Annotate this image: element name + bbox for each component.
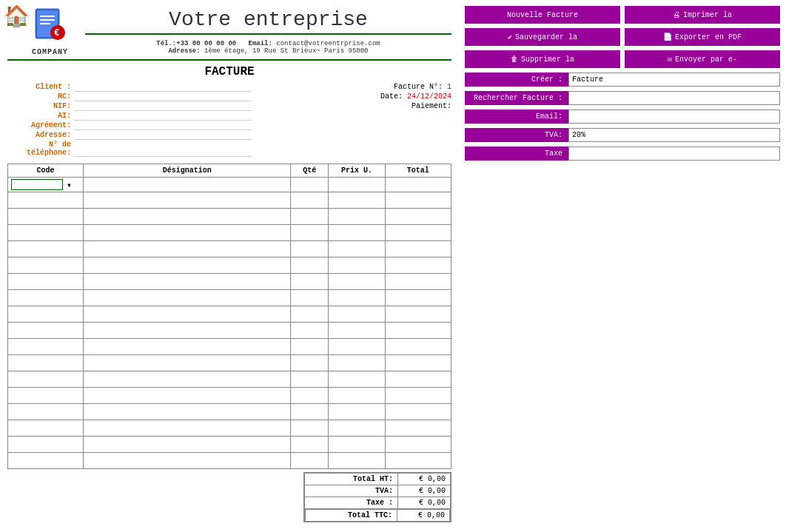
designation-cell-1[interactable] [83,178,290,192]
supprimer-button[interactable]: 🗑 Supprimer la [465,50,620,68]
envoyer-button[interactable]: ✉ Envoyer par e- [625,50,780,68]
total-tva-value: € 0,00 [398,485,450,496]
agrement-label: Agrément: [7,121,74,130]
tel-label: Tél.:+33 00 00 00 00 [156,40,236,47]
rechercher-input[interactable] [568,91,780,105]
table-row [8,257,451,274]
client-section: Client : RC: NIF: AI: Agrément: [7,83,252,158]
client-label: Client : [7,83,74,92]
taxe-input[interactable] [568,147,780,161]
table-row [8,420,451,437]
client-value[interactable] [74,83,252,92]
col-header-code: Code [8,164,84,178]
table-row [8,404,451,420]
code-cell-1[interactable]: ▼ [8,178,84,192]
info-grid: Client : RC: NIF: AI: Agrément: [7,83,451,158]
facture-no-value: 1 [447,83,451,91]
total-ht-label: Total HT: [305,474,398,485]
table-row [8,306,451,323]
col-header-total: Total [385,164,451,178]
table-row [8,371,451,388]
imprimer-button[interactable]: 🖨 Imprimer la [625,6,780,24]
rc-value[interactable] [74,92,252,101]
logo-label: COMPANY [32,48,68,56]
total-taxe-value: € 0,00 [398,497,450,508]
total-cell-1[interactable] [385,178,451,192]
code-input-1[interactable] [11,179,63,190]
totals-box: Total HT: € 0,00 TVA: € 0,00 Taxe : € 0,… [303,472,451,522]
header-text: Votre entreprise Tél.:+33 00 00 00 00 Em… [85,8,451,55]
address-label: Adresse: 1ème étage, 19 Rue St Brieux~ P… [168,47,368,55]
pdf-icon: 📄 [663,33,672,41]
svg-text:€: € [54,28,59,38]
table-row [8,355,451,371]
prix-cell-1[interactable] [329,178,385,192]
total-taxe-row: Taxe : € 0,00 [304,496,451,509]
tva-field-row: TVA: [465,128,780,142]
table-row [8,453,451,469]
table-row [8,339,451,355]
adresse-value[interactable] [74,131,252,140]
creer-label: Créer : [465,73,568,87]
qty-cell-1[interactable] [291,178,329,192]
taxe-field-label: Taxe [465,147,568,161]
save-icon: ✔ [508,33,512,41]
right-panel: Nouvelle Facture 🖨 Imprimer la ✔ Sauvega… [459,0,786,532]
rechercher-label: Rechercher Facture : [465,91,568,105]
table-row [8,388,451,404]
table-row [8,437,451,453]
telephone-value[interactable] [74,141,252,157]
total-tva-label: TVA: [305,485,398,496]
agrement-value[interactable] [74,121,252,130]
col-header-designation: Désignation [83,164,290,178]
totals-area: Total HT: € 0,00 TVA: € 0,00 Taxe : € 0,… [7,472,451,522]
email-label: Email: contact@votreentrprise.com [248,40,380,47]
exporter-pdf-button[interactable]: 📄 Exporter en PDF [625,28,780,46]
creer-field-row: Créer : [465,73,780,87]
col-header-prix: Prix U. [329,164,385,178]
ai-label: AI: [7,112,74,121]
facture-info: Facture N°: 1 Date: 24/12/2024 Paiement: [274,83,451,158]
table-row [8,274,451,290]
dropdown-arrow-1[interactable]: ▼ [67,182,71,189]
adresse-label: Adresse: [7,131,74,140]
table-row [8,323,451,339]
facture-title: FACTURE [7,65,451,78]
nouvelle-facture-button[interactable]: Nouvelle Facture [465,6,620,24]
btn-row-1: Nouvelle Facture 🖨 Imprimer la [465,6,780,24]
email-send-icon: ✉ [668,55,672,64]
table-row [8,225,451,241]
printer-icon: 🖨 [673,10,680,19]
ai-value[interactable] [74,112,252,121]
contact-info: Tél.:+33 00 00 00 00 Email: contact@votr… [156,40,380,55]
col-header-qty: Qté [291,164,329,178]
table-row [8,192,451,209]
table-row [8,209,451,225]
company-name: Votre entreprise [169,8,368,31]
table-row [8,290,451,306]
date-value: 24/12/2024 [407,92,451,101]
invoice-table: Code Désignation Qté Prix U. Total ▼ [7,164,451,469]
total-ttc-label: Total TTC: [306,510,397,521]
btn-row-3: 🗑 Supprimer la ✉ Envoyer par e- [465,50,780,68]
nif-label: NIF: [7,102,74,111]
table-row: ▼ [8,178,451,192]
facture-no-label: Facture N°: [394,83,443,91]
rechercher-field-row: Rechercher Facture : [465,91,780,105]
home-icon[interactable]: 🏠 [4,6,30,29]
payment-label: Paiement: [412,102,451,110]
sauvegarder-button[interactable]: ✔ Sauvegarder la [465,28,620,46]
nif-value[interactable] [74,102,252,111]
total-ht-value: € 0,00 [398,474,450,485]
trash-icon: 🗑 [511,55,518,64]
total-ht-row: Total HT: € 0,00 [304,473,451,485]
tva-input[interactable] [568,128,780,142]
creer-input[interactable] [568,73,780,87]
email-field-label: Email: [465,110,568,124]
total-tva-row: TVA: € 0,00 [304,485,451,497]
total-taxe-label: Taxe : [305,497,398,508]
taxe-field-row: Taxe [465,147,780,161]
email-input[interactable] [568,110,780,124]
company-logo: € [30,6,70,47]
date-label: Date: [380,92,403,101]
